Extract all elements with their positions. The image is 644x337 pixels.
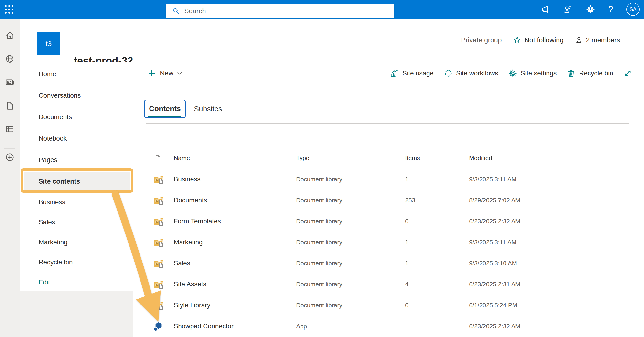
page-icon[interactable] xyxy=(5,101,14,110)
globe-icon[interactable] xyxy=(5,54,14,63)
table-row[interactable]: Form Templates Document library 0 6/23/2… xyxy=(146,211,629,232)
table-row[interactable]: Business Document library 1 9/3/2025 3:1… xyxy=(146,169,629,190)
table-header: Name Type Items Modified xyxy=(146,147,629,169)
news-icon[interactable] xyxy=(5,78,14,87)
privacy-label: Private group xyxy=(461,36,502,44)
nav-item-documents[interactable]: Documents xyxy=(20,106,134,128)
feedback-icon[interactable] xyxy=(564,5,573,14)
document-library-icon xyxy=(146,175,174,184)
chevron-down-icon xyxy=(177,72,182,75)
plus-icon xyxy=(148,69,156,77)
contents-table: Name Type Items Modified Business Docume… xyxy=(146,147,629,337)
column-header-type[interactable]: Type xyxy=(296,155,405,162)
new-button-label: New xyxy=(160,69,174,77)
search-placeholder: Search xyxy=(184,7,206,15)
document-library-icon xyxy=(146,196,174,205)
tab-contents[interactable]: Contents xyxy=(144,100,186,118)
tab-selected-underline xyxy=(148,115,181,117)
trash-icon xyxy=(567,69,576,78)
table-row[interactable]: Documents Document library 253 8/29/2025… xyxy=(146,190,629,211)
table-row[interactable]: Site Assets Document library 4 6/23/2025… xyxy=(146,274,629,295)
command-actions: Site usage Site workflows Site settings xyxy=(390,65,632,81)
suite-bar: Search ? SA xyxy=(0,0,644,18)
column-header-name[interactable]: Name xyxy=(174,155,296,162)
nav-item-marketing[interactable]: Marketing xyxy=(20,232,134,252)
site-settings-button[interactable]: Site settings xyxy=(508,69,556,78)
tabs-divider xyxy=(146,123,629,124)
nav-edit-link[interactable]: Edit xyxy=(20,272,134,292)
person-icon xyxy=(575,36,583,44)
tab-subsites[interactable]: Subsites xyxy=(194,105,222,113)
table-row[interactable]: Marketing Document library 1 9/3/2025 3:… xyxy=(146,232,629,253)
new-button[interactable]: New xyxy=(148,65,182,81)
document-library-icon xyxy=(146,259,174,268)
members-label: 2 members xyxy=(586,36,620,44)
chart-icon xyxy=(390,69,399,78)
table-row[interactable]: Showpad Connector App 6/23/2025 2:32 AM xyxy=(146,316,629,337)
column-header-items[interactable]: Items xyxy=(405,155,469,162)
site-usage-button[interactable]: Site usage xyxy=(390,69,434,78)
nav-item-recycle-bin[interactable]: Recycle bin xyxy=(20,252,134,272)
pivot-tabs: Contents Subsites xyxy=(144,100,222,118)
document-library-icon xyxy=(146,217,174,226)
search-icon xyxy=(172,7,180,15)
search-input[interactable]: Search xyxy=(166,4,394,18)
command-bar: New Site usage xyxy=(134,65,644,81)
avatar[interactable]: SA xyxy=(626,3,640,16)
site-meta: Private group Not following 2 members xyxy=(461,18,620,61)
waffle-icon[interactable] xyxy=(5,5,15,15)
help-icon[interactable]: ? xyxy=(608,4,613,14)
diagonal-expand-icon[interactable] xyxy=(624,69,632,78)
site-header: t3 test-prod-32 Private group Not follow… xyxy=(20,18,644,61)
app-icon xyxy=(146,322,174,332)
nav-item-sales[interactable]: Sales xyxy=(20,212,134,232)
document-library-icon xyxy=(146,238,174,247)
nav-item-business[interactable]: Business xyxy=(20,192,134,212)
sharepoint-site-contents-page: Search ? SA xyxy=(0,0,644,337)
follow-button[interactable]: Not following xyxy=(513,36,564,44)
site-workflows-button[interactable]: Site workflows xyxy=(444,69,498,78)
plus-circle-icon[interactable] xyxy=(5,153,14,162)
suite-icon-group: ? SA xyxy=(541,0,640,18)
file-type-column-icon[interactable] xyxy=(146,155,174,162)
star-icon xyxy=(513,36,521,44)
members-button[interactable]: 2 members xyxy=(575,36,620,44)
nav-item-notebook[interactable]: Notebook xyxy=(20,128,134,149)
gear-icon xyxy=(508,69,517,78)
rail-divider xyxy=(4,148,16,149)
nav-item-pages[interactable]: Pages xyxy=(20,149,134,171)
main-content: New Site usage xyxy=(134,61,644,337)
gear-icon[interactable] xyxy=(586,5,595,14)
workflow-icon xyxy=(444,69,453,78)
document-library-icon xyxy=(146,301,174,310)
list-icon[interactable] xyxy=(5,125,14,134)
app-rail xyxy=(0,18,20,337)
table-row[interactable]: Style Library Document library 0 6/1/202… xyxy=(146,295,629,316)
site-logo[interactable]: t3 xyxy=(37,32,60,55)
column-header-modified[interactable]: Modified xyxy=(469,155,629,162)
document-library-icon xyxy=(146,280,174,289)
nav-item-conversations[interactable]: Conversations xyxy=(20,85,134,106)
follow-label: Not following xyxy=(524,36,564,44)
nav-item-site-contents[interactable]: Site contents xyxy=(24,172,130,191)
nav-item-home[interactable]: Home xyxy=(20,63,134,85)
table-row[interactable]: Sales Document library 1 9/3/2025 3:10 A… xyxy=(146,253,629,274)
home-icon[interactable] xyxy=(5,31,14,40)
megaphone-icon[interactable] xyxy=(541,5,550,14)
site-nav: Home Conversations Documents Notebook Pa… xyxy=(20,61,134,291)
recycle-bin-button[interactable]: Recycle bin xyxy=(567,69,613,78)
